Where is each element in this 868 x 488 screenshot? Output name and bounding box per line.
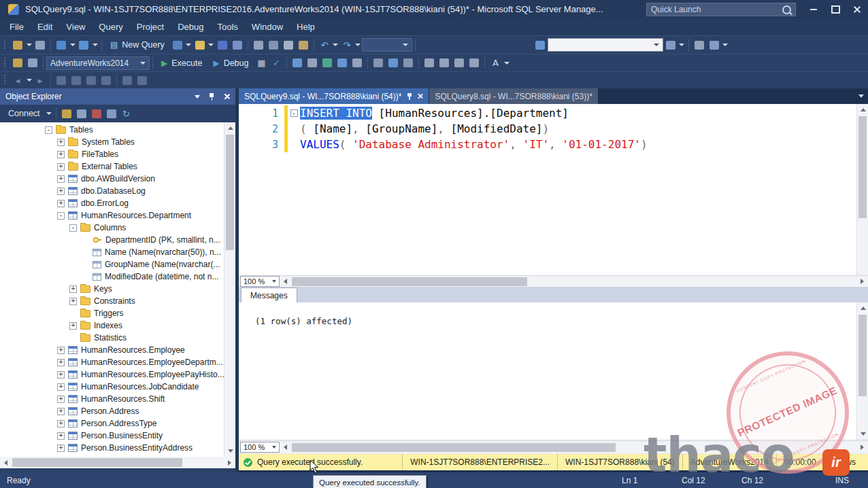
- cut-icon[interactable]: [266, 38, 281, 52]
- intellisense-enabled-icon[interactable]: [320, 56, 335, 70]
- scroll-left-icon[interactable]: [280, 276, 291, 287]
- expand-box-icon[interactable]: +: [57, 163, 65, 171]
- toggle-bookmark-icon[interactable]: [120, 73, 135, 87]
- data-collection-dropdown-icon[interactable]: [91, 38, 99, 52]
- scroll-up-icon[interactable]: [224, 122, 236, 134]
- navigate-forward-icon[interactable]: ▸: [33, 73, 48, 87]
- toolbar-grip[interactable]: [3, 39, 7, 50]
- uncomment-icon[interactable]: [437, 56, 452, 70]
- tree-item[interactable]: -HumanResources.Department: [0, 209, 224, 222]
- recent-connections-combo[interactable]: [362, 38, 412, 52]
- collapse-box-icon[interactable]: -: [69, 224, 77, 232]
- menu-project[interactable]: Project: [130, 22, 171, 32]
- menu-file[interactable]: File: [3, 22, 31, 32]
- include-actual-plan-icon[interactable]: [335, 56, 350, 70]
- tree-item[interactable]: Statistics: [0, 332, 224, 344]
- object-explorer-horizontal-scrollbar[interactable]: [0, 457, 235, 468]
- data-collection-icon[interactable]: [76, 38, 91, 52]
- tab-messages[interactable]: Messages: [241, 287, 297, 302]
- collapse-box-icon[interactable]: -: [45, 126, 52, 134]
- window-position-icon[interactable]: [195, 95, 200, 99]
- document-tab[interactable]: SQLQuery9.sql - WI...7SOR888\kiani (54))…: [239, 88, 429, 104]
- expand-box-icon[interactable]: +: [57, 432, 65, 440]
- menu-query[interactable]: Query: [92, 22, 129, 32]
- save-icon[interactable]: [215, 38, 230, 52]
- tree-item[interactable]: Name (Name(nvarchar(50)), n...: [0, 246, 224, 258]
- stop-icon[interactable]: ■: [254, 56, 269, 70]
- find-dropdown-icon[interactable]: [678, 38, 686, 52]
- expand-box-icon[interactable]: +: [57, 396, 65, 403]
- parameter-info-icon[interactable]: [69, 73, 84, 87]
- menu-help[interactable]: Help: [290, 22, 322, 32]
- tree-item[interactable]: DepartmentID (PK, smallint, n...: [0, 234, 224, 246]
- tree-item[interactable]: +HumanResources.Employee: [0, 344, 224, 356]
- document-tab[interactable]: SQLQuery8.sql - WI...7SOR888\kiani (53))…: [429, 88, 597, 104]
- template-values-dropdown-icon[interactable]: [503, 56, 510, 70]
- include-client-statistics-icon[interactable]: [350, 56, 365, 70]
- show-estimated-plan-icon[interactable]: [290, 56, 305, 70]
- menu-tools[interactable]: Tools: [211, 22, 245, 32]
- new-query-dropdown-icon[interactable]: [185, 38, 193, 52]
- find-icon[interactable]: [663, 38, 678, 52]
- connect-object-explorer-icon[interactable]: [10, 38, 25, 52]
- results-to-file-icon[interactable]: [401, 56, 416, 70]
- paste-icon[interactable]: [296, 38, 311, 52]
- navigate-backward-icon[interactable]: ◂: [10, 73, 25, 87]
- tree-item[interactable]: +Person.BusinessEntityAddress: [0, 442, 224, 454]
- expand-box-icon[interactable]: +: [57, 200, 65, 207]
- connect-button[interactable]: Connect: [3, 106, 46, 121]
- open-file-dropdown-icon[interactable]: [207, 38, 215, 52]
- menu-edit[interactable]: Edit: [31, 22, 59, 32]
- available-databases-combo[interactable]: AdventureWorks2014: [46, 56, 150, 70]
- tree-item[interactable]: +Person.BusinessEntity: [0, 430, 224, 442]
- scroll-thumb[interactable]: [12, 458, 182, 467]
- menu-view[interactable]: View: [59, 22, 92, 32]
- scroll-left-icon[interactable]: [0, 457, 12, 468]
- tree-item[interactable]: +Keys: [0, 283, 224, 295]
- quick-info-icon[interactable]: [84, 73, 99, 87]
- debug-button[interactable]: ▶Debug: [207, 56, 254, 71]
- tab-pin-icon[interactable]: [406, 93, 412, 100]
- copy-icon[interactable]: [281, 38, 296, 52]
- expand-box-icon[interactable]: +: [57, 347, 65, 354]
- execute-button[interactable]: ▶Execute: [156, 56, 207, 71]
- undo-dropdown-icon[interactable]: [332, 38, 339, 52]
- open-file-icon[interactable]: [193, 38, 207, 52]
- code-editor[interactable]: 1-INSERT INTO [HumanResources].[Departme…: [239, 104, 856, 275]
- editor-zoom-control[interactable]: 100 %: [240, 276, 280, 287]
- save-all-icon[interactable]: [230, 38, 245, 52]
- oe-disconnect-icon[interactable]: [74, 107, 89, 120]
- activity-monitor-icon[interactable]: [54, 38, 69, 52]
- find-combo[interactable]: [548, 38, 663, 52]
- oe-stop-icon[interactable]: [89, 107, 104, 120]
- tab-close-icon[interactable]: [417, 93, 423, 99]
- activity-monitor-dropdown-icon[interactable]: [69, 38, 76, 52]
- expand-box-icon[interactable]: +: [57, 420, 65, 428]
- disconnect-icon[interactable]: [33, 38, 48, 52]
- decrease-indent-icon[interactable]: [452, 56, 467, 70]
- scroll-thumb[interactable]: [858, 315, 867, 396]
- next-bookmark-icon[interactable]: [135, 73, 150, 87]
- tree-item[interactable]: +Constraints: [0, 295, 224, 307]
- tree-item[interactable]: -Tables: [0, 124, 224, 136]
- redo-dropdown-icon[interactable]: [354, 38, 362, 52]
- connect-dropdown-icon[interactable]: [25, 38, 33, 52]
- object-explorer-header[interactable]: Object Explorer: [0, 88, 235, 105]
- display-member-list-icon[interactable]: [54, 73, 69, 87]
- collapse-box-icon[interactable]: -: [57, 212, 65, 220]
- menu-window[interactable]: Window: [245, 22, 290, 32]
- tree-item[interactable]: Triggers: [0, 307, 224, 319]
- tree-item[interactable]: +System Tables: [0, 136, 224, 148]
- registered-servers-icon[interactable]: [533, 38, 548, 52]
- oe-filter-icon[interactable]: [104, 107, 119, 120]
- tree-item[interactable]: +HumanResources.JobCandidate: [0, 381, 224, 393]
- expand-box-icon[interactable]: +: [57, 151, 65, 158]
- quick-launch-input[interactable]: Quick Launch: [646, 3, 796, 16]
- scroll-up-icon[interactable]: [857, 104, 868, 116]
- expand-box-icon[interactable]: +: [57, 139, 65, 146]
- expand-box-icon[interactable]: +: [69, 285, 77, 293]
- scroll-down-icon[interactable]: [224, 445, 236, 457]
- oe-refresh-icon[interactable]: ↻: [119, 107, 134, 120]
- scroll-left-icon[interactable]: [280, 442, 291, 453]
- messages-vertical-scrollbar[interactable]: [856, 302, 868, 440]
